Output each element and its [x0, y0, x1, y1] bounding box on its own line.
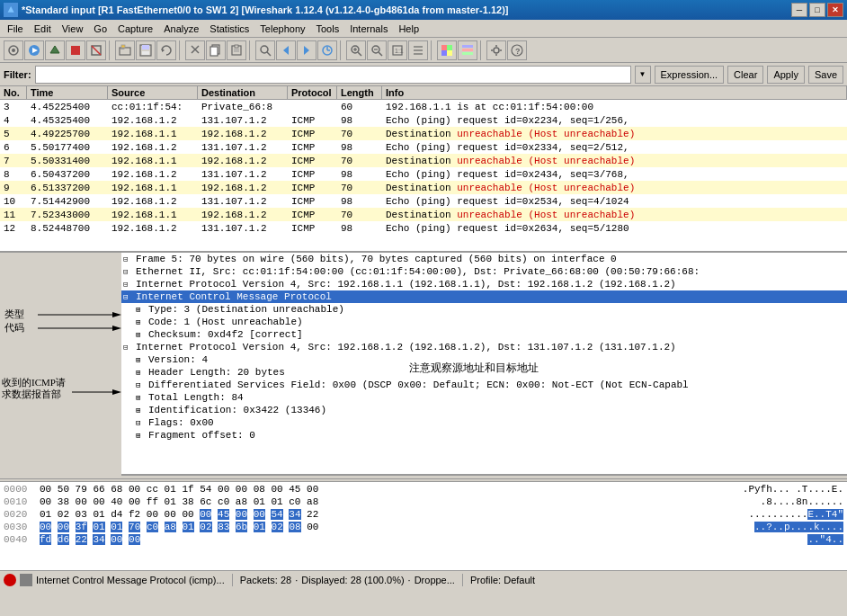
- packet-cell-src: 192.168.1.2: [108, 196, 198, 207]
- toolbar-autocolor-btn[interactable]: [458, 40, 477, 60]
- table-row[interactable]: 107.51442900192.168.1.2131.107.1.2ICMP98…: [0, 194, 847, 208]
- toolbar-copy-btn[interactable]: [206, 40, 226, 60]
- toolbar-forward-btn[interactable]: [297, 40, 317, 60]
- col-header-info: Info: [382, 86, 847, 99]
- col-header-no: No.: [0, 86, 27, 99]
- toolbar-prefs-btn[interactable]: [486, 40, 506, 60]
- close-button[interactable]: ✕: [827, 3, 843, 17]
- toolbar-help-btn[interactable]: ?: [507, 40, 527, 60]
- menu-internals[interactable]: Internals: [344, 22, 393, 36]
- detail-row[interactable]: ⊞Type: 3 (Destination unreachable): [121, 303, 847, 316]
- toolbar-back-btn[interactable]: [276, 40, 296, 60]
- toolbar-start-btn[interactable]: [24, 40, 44, 60]
- hex-row[interactable]: 000000 50 79 66 68 00 cc 01 1f 54 00 00 …: [4, 484, 843, 496]
- detail-expander[interactable]: ⊟: [123, 418, 148, 428]
- table-row[interactable]: 75.50331400192.168.1.1192.168.1.2ICMP70D…: [0, 154, 847, 167]
- detail-expander[interactable]: ⊞: [123, 406, 148, 415]
- menu-edit[interactable]: Edit: [29, 22, 57, 36]
- toolbar-zoomin-btn[interactable]: [346, 40, 366, 60]
- detail-row[interactable]: ⊟Frame 5: 70 bytes on wire (560 bits), 7…: [121, 253, 847, 265]
- table-row[interactable]: 86.50437200192.168.1.2131.107.1.2ICMP98E…: [0, 167, 847, 181]
- detail-row[interactable]: ⊞Total Length: 84: [121, 391, 847, 404]
- detail-expander[interactable]: ⊞: [123, 431, 148, 441]
- expression-button[interactable]: Expression...: [655, 66, 725, 84]
- detail-row[interactable]: ⊞Identification: 0x3422 (13346): [121, 404, 847, 416]
- detail-expander[interactable]: ⊞: [123, 317, 148, 327]
- packet-list-header: No. Time Source Destination Protocol Len…: [0, 86, 847, 100]
- detail-expander[interactable]: ⊞: [123, 355, 148, 365]
- toolbar-zoom100-btn[interactable]: 1:1: [388, 40, 407, 60]
- detail-row[interactable]: ⊟Differentiated Services Field: 0x00 (DS…: [121, 379, 847, 391]
- detail-expander[interactable]: ⊟: [123, 254, 136, 264]
- hex-row[interactable]: 003000 00 3f 01 01 70 c0 a8 01 02 83 6b …: [4, 522, 843, 534]
- detail-row-text: Internet Protocol Version 4, Src: 192.16…: [136, 279, 676, 290]
- menu-capture[interactable]: Capture: [112, 22, 158, 36]
- detail-expander[interactable]: ⊞: [123, 330, 148, 340]
- hex-ascii: .Pyfh... .T....E.: [743, 484, 843, 496]
- detail-expander[interactable]: ⊟: [123, 267, 136, 277]
- toolbar-open-btn[interactable]: [115, 40, 135, 60]
- toolbar-sep-4: [340, 40, 343, 60]
- detail-expander[interactable]: ⊟: [123, 292, 136, 302]
- detail-row[interactable]: ⊞Code: 1 (Host unreachable): [121, 316, 847, 328]
- toolbar-reload-btn[interactable]: [156, 40, 176, 60]
- menu-telephony[interactable]: Telephony: [254, 22, 310, 36]
- packet-cell-len: 70: [337, 183, 382, 193]
- maximize-button[interactable]: □: [809, 3, 825, 17]
- detail-row[interactable]: ⊟Internet Protocol Version 4, Src: 192.1…: [121, 341, 847, 353]
- filter-dropdown-btn[interactable]: ▼: [635, 66, 651, 84]
- toolbar-go-to-btn[interactable]: [317, 40, 337, 60]
- detail-row[interactable]: ⊞Version: 4: [121, 353, 847, 366]
- toolbar-restart-btn[interactable]: [86, 40, 106, 60]
- toolbar-interfaces-btn[interactable]: [4, 40, 23, 60]
- menu-view[interactable]: View: [57, 22, 89, 36]
- toolbar-save-btn[interactable]: [136, 40, 156, 60]
- table-row[interactable]: 96.51337200192.168.1.1192.168.1.2ICMP70D…: [0, 181, 847, 194]
- hex-offset: 0020: [4, 509, 40, 522]
- hex-row[interactable]: 001000 38 00 00 40 00 ff 01 38 6c c0 a8 …: [4, 496, 843, 509]
- detail-row[interactable]: ⊞Fragment offset: 0: [121, 429, 847, 442]
- detail-row[interactable]: ⊟Flags: 0x00: [121, 416, 847, 429]
- detail-row[interactable]: ⊟Internet Control Message Protocol: [121, 290, 847, 303]
- detail-expander[interactable]: ⊞: [123, 393, 148, 403]
- menu-file[interactable]: File: [2, 22, 29, 36]
- detail-expander[interactable]: ⊟: [123, 343, 136, 353]
- clear-button[interactable]: Clear: [727, 66, 763, 84]
- table-row[interactable]: 128.52448700192.168.1.2131.107.1.2ICMP98…: [0, 221, 847, 235]
- table-row[interactable]: 54.49225700192.168.1.1192.168.1.2ICMP70D…: [0, 127, 847, 140]
- hex-row[interactable]: 002001 02 03 01 d4 f2 00 00 00 00 45 00 …: [4, 509, 843, 522]
- packet-cell-time: 8.52448700: [27, 223, 108, 234]
- detail-row[interactable]: ⊞Header Length: 20 bytes: [121, 366, 847, 379]
- menu-go[interactable]: Go: [88, 22, 112, 36]
- toolbar-stop-btn[interactable]: [66, 40, 85, 60]
- table-row[interactable]: 65.50177400192.168.1.2131.107.1.2ICMP98E…: [0, 140, 847, 154]
- toolbar-resize-btn[interactable]: [408, 40, 428, 60]
- toolbar-find-btn[interactable]: [255, 40, 275, 60]
- detail-expander[interactable]: ⊞: [123, 368, 148, 378]
- menu-help[interactable]: Help: [393, 22, 424, 36]
- filter-input[interactable]: [35, 66, 631, 84]
- toolbar-zoomout-btn[interactable]: [367, 40, 387, 60]
- menu-statistics[interactable]: Statistics: [204, 22, 254, 36]
- hex-row[interactable]: 0040fd d6 22 34 00 00.."4..: [4, 534, 843, 547]
- toolbar-cut-btn[interactable]: [185, 40, 205, 60]
- detail-row[interactable]: ⊟Internet Protocol Version 4, Src: 192.1…: [121, 278, 847, 290]
- table-row[interactable]: 117.52343000192.168.1.1192.168.1.2ICMP70…: [0, 208, 847, 221]
- menu-tools[interactable]: Tools: [311, 22, 345, 36]
- svg-point-48: [494, 48, 499, 53]
- toolbar-shark-btn[interactable]: [45, 40, 65, 60]
- packet-cell-len: 98: [337, 223, 382, 234]
- apply-button[interactable]: Apply: [767, 66, 805, 84]
- table-row[interactable]: 34.45225400cc:01:1f:54:Private_66:860192…: [0, 100, 847, 113]
- detail-expander[interactable]: ⊟: [123, 380, 148, 390]
- detail-row[interactable]: ⊞Checksum: 0xd4f2 [correct]: [121, 328, 847, 341]
- detail-row[interactable]: ⊟Ethernet II, Src: cc:01:1f:54:00:00 (cc…: [121, 265, 847, 278]
- menu-analyze[interactable]: Analyze: [158, 22, 204, 36]
- table-row[interactable]: 44.45325400192.168.1.2131.107.1.2ICMP98E…: [0, 113, 847, 127]
- detail-expander[interactable]: ⊟: [123, 280, 136, 290]
- toolbar-colorize-btn[interactable]: [437, 40, 457, 60]
- detail-expander[interactable]: ⊞: [123, 305, 148, 315]
- save-button[interactable]: Save: [808, 66, 843, 84]
- toolbar-paste-btn[interactable]: [227, 40, 246, 60]
- minimize-button[interactable]: ─: [791, 3, 807, 17]
